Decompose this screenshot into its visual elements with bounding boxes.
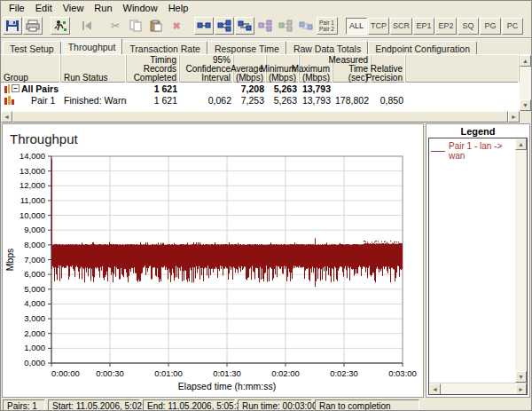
menu-edit[interactable]: Edit: [31, 3, 57, 13]
col-confidence: 95% Confidence Interval: [180, 55, 234, 83]
table-scroll-right-icon[interactable]: ►: [508, 111, 520, 123]
col-group: Group: [1, 55, 61, 83]
pair1-label: Pair 1: [31, 95, 55, 106]
group-label: All Pairs: [21, 83, 59, 94]
status-bar: Pairs: 1 Start: 11.05.2006, 5:02:38 End:…: [1, 398, 531, 411]
y-tick-label: 7,000: [24, 255, 45, 265]
legend-entry-label: Pair 1 - lan -> wan: [449, 141, 513, 161]
table-row-pair1[interactable]: Pair 1 Finished: Warning(s) 1 621 0,062 …: [1, 94, 520, 106]
mode-button-sq[interactable]: SQ: [458, 18, 479, 35]
add-multiple-pairs-button[interactable]: [215, 17, 234, 35]
group-chart-icon: [4, 83, 10, 93]
legend-scroll-left-icon[interactable]: ◄: [429, 383, 441, 395]
stop-button[interactable]: [78, 17, 98, 35]
tab-test-setup[interactable]: Test Setup: [3, 41, 61, 54]
table-hscroll-thumb[interactable]: [12, 111, 508, 123]
legend-line-swatch: [431, 151, 445, 152]
replicate-pair-icon: [299, 20, 313, 31]
pair1-run-status: Finished: Warning(s): [61, 95, 127, 106]
table-horizontal-scrollbar[interactable]: ◄ ►: [1, 111, 531, 123]
multicast-group-icon: [258, 20, 272, 32]
scrollbar-corner: [520, 111, 531, 123]
pair1-confidence: 0,062: [180, 95, 234, 106]
col-precision: Relative Precision: [372, 55, 406, 83]
pair1-average: 7,253: [234, 95, 267, 106]
paste-icon: [150, 20, 162, 32]
legend-scroll-right-icon[interactable]: ►: [515, 383, 527, 395]
x-tick-label: 0:01:00: [154, 368, 183, 378]
delete-button[interactable]: ✖: [167, 17, 186, 35]
chart-title: Throughput: [10, 131, 78, 146]
legend-scroll-down-icon[interactable]: ▼: [515, 371, 527, 383]
run-test-icon: [53, 20, 67, 32]
legend-scroll-up-icon[interactable]: ▲: [515, 138, 527, 150]
mode-button-pg[interactable]: PG: [480, 18, 501, 35]
mode-button-ep2[interactable]: EP2: [435, 18, 457, 35]
table-scroll-down-icon[interactable]: ▼: [520, 99, 531, 111]
add-pair-icon: [197, 20, 211, 31]
legend-entry-pair1[interactable]: Pair 1 - lan -> wan: [431, 141, 513, 161]
pair1-maximum: 13,793: [300, 95, 333, 106]
copy-button[interactable]: [126, 17, 145, 35]
delete-icon: ✖: [172, 20, 180, 32]
table-row-all-pairs[interactable]: − All Pairs 1 621 7,208 5,263 13,793: [1, 83, 520, 94]
all-pairs-maximum: 13,793: [300, 83, 333, 94]
menu-run[interactable]: Run: [90, 3, 116, 13]
col-filler: [406, 55, 520, 83]
y-tick-label: 0,000: [24, 358, 45, 368]
status-end: End: 11.05.2006, 5:05:38: [143, 399, 235, 411]
main-area: 0,0001,0002,0003,0004,0005,0006,0007,000…: [1, 123, 531, 398]
x-tick-label: 0:01:30: [213, 368, 241, 378]
toolbar: ✂ ✖: [1, 14, 531, 37]
table-vertical-scrollbar[interactable]: ▲ ▼: [520, 55, 531, 111]
menu-view[interactable]: View: [59, 3, 89, 13]
multicast-member-button[interactable]: [276, 17, 295, 35]
mode-button-tcp[interactable]: TCP: [368, 18, 389, 35]
tab-response-time[interactable]: Response Time: [207, 41, 286, 54]
edit-pair-button[interactable]: [235, 17, 254, 35]
menu-window[interactable]: Window: [119, 3, 162, 13]
status-run-time: Run time: 00:03:00: [238, 399, 312, 411]
y-tick-label: 11,000: [20, 195, 45, 205]
mode-button-pc[interactable]: PC: [502, 18, 523, 35]
pair1-minimum: 5,263: [267, 95, 300, 106]
pair1-timing-records: 1 621: [127, 95, 180, 106]
menu-help[interactable]: Help: [164, 3, 193, 13]
tab-raw-data-totals[interactable]: Raw Data Totals: [286, 41, 368, 54]
pair1-measured-time: 178,802: [333, 95, 372, 106]
series-dots: [364, 241, 399, 243]
status-start: Start: 11.05.2006, 5:02:38: [48, 399, 140, 411]
run-test-button[interactable]: [51, 17, 70, 35]
tab-throughput[interactable]: Throughput: [61, 38, 123, 54]
legend-vertical-scrollbar[interactable]: ▲ ▼: [515, 138, 527, 383]
x-axis-label: Elapsed time (h:mm:ss): [178, 381, 276, 391]
all-pairs-minimum: 5,263: [267, 83, 300, 94]
save-button[interactable]: [3, 17, 22, 35]
mode-button-scr[interactable]: SCR: [390, 18, 412, 35]
tab-transaction-rate[interactable]: Transaction Rate: [122, 41, 207, 54]
cut-button[interactable]: ✂: [106, 17, 125, 35]
add-pair-button[interactable]: [194, 17, 214, 35]
mode-button-ep1[interactable]: EP1: [413, 18, 434, 35]
paste-button[interactable]: [146, 17, 166, 35]
tab-endpoint-configuration[interactable]: Endpoint Configuration: [368, 41, 477, 54]
collapse-all-pairs-icon[interactable]: −: [12, 84, 20, 92]
add-multiple-pairs-icon: [217, 20, 231, 32]
col-run-status: Run Status: [61, 55, 127, 83]
results-table: Group Run Status Timing Records Complete…: [1, 55, 531, 111]
menu-bar: File Edit View Run Window Help: [1, 1, 531, 14]
y-tick-label: 4,000: [24, 298, 45, 308]
status-pairs: Pairs: 1: [3, 399, 45, 411]
stop-icon: [81, 20, 95, 31]
replicate-pair-button[interactable]: [296, 17, 316, 35]
copy-icon: [129, 20, 142, 32]
table-scroll-up-icon[interactable]: ▲: [520, 55, 531, 67]
multicast-group-button[interactable]: [255, 17, 275, 35]
table-scroll-left-icon[interactable]: ◄: [1, 111, 12, 123]
legend-horizontal-scrollbar[interactable]: ◄ ►: [429, 383, 527, 394]
print-button[interactable]: [23, 17, 43, 35]
mode-button-all[interactable]: ALL: [346, 18, 367, 35]
all-pairs-timing-records: 1 621: [127, 83, 180, 94]
menu-file[interactable]: File: [4, 3, 29, 13]
pair-view-button[interactable]: Pair 1 Pair 2: [317, 17, 338, 35]
